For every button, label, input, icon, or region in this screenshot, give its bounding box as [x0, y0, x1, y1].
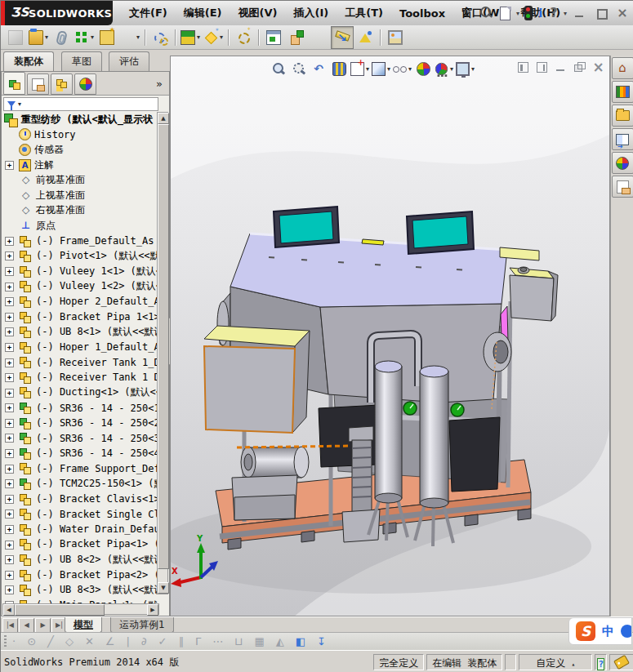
view-orientation-button[interactable]: ▾ — [350, 60, 369, 78]
tree-item-front-plane[interactable]: 前视基准面 — [2, 172, 158, 188]
scrollbar-thumb[interactable] — [15, 604, 105, 616]
edit-appearance-button[interactable] — [414, 60, 432, 78]
expand-icon[interactable]: + — [5, 161, 14, 170]
expand-icon[interactable]: + — [5, 555, 14, 564]
zoom-to-area-button[interactable] — [289, 60, 307, 78]
expand-icon[interactable]: + — [5, 585, 14, 594]
menu-insert[interactable]: 插入(I) — [286, 2, 336, 24]
toolbar-separator[interactable] — [225, 26, 232, 49]
tree-item-right-plane[interactable]: 右视基准面 — [2, 203, 158, 219]
exploded-view-button[interactable] — [354, 26, 377, 49]
component-pattern-button[interactable]: ▾ — [73, 26, 96, 49]
sketch-triangle-tool[interactable]: ◭ — [276, 633, 284, 651]
tab-sketch[interactable]: 草图 — [61, 51, 102, 71]
tree-item-component[interactable]: + (-) Bracket Pipa<2> (默 — [2, 567, 158, 583]
new-document-icon[interactable] — [499, 5, 511, 21]
appearances-scenes-button[interactable] — [612, 152, 633, 174]
tree-item-component[interactable]: + (-) Receiver Tank 1 Def — [2, 370, 158, 385]
sketch-point-tool[interactable]: · — [12, 633, 16, 651]
move-component-button[interactable] — [285, 26, 308, 49]
sketch-corner-tool[interactable]: Γ — [195, 633, 201, 651]
tab-model[interactable]: 模型 — [65, 617, 102, 633]
tree-item-top-plane[interactable]: 上视基准面 — [2, 188, 158, 203]
tree-item-component[interactable]: + (-) Hoper 1_Default_As — [2, 340, 158, 355]
file-explorer-button[interactable] — [612, 105, 633, 127]
design-library-button[interactable] — [612, 81, 633, 103]
help-icon[interactable]: ? — [549, 5, 559, 21]
graphics-viewport[interactable]: ↶ ▾ ▾ — [170, 56, 610, 616]
sketch-trim-tool[interactable]: ✕ — [85, 633, 94, 651]
tree-item-component[interactable]: + (-) Ducting<1> (默认<<默 — [2, 385, 158, 401]
menu-file[interactable]: 文件(F) — [122, 2, 175, 24]
tree-item-component[interactable]: + (-) Vuleey 1<2> (默认<< — [2, 279, 158, 295]
isometric-view-tool[interactable]: ◧ — [296, 633, 305, 651]
prev-tab-icon[interactable]: ◀ — [19, 618, 34, 633]
expand-icon[interactable]: + — [5, 419, 14, 428]
tree-item-sensors[interactable]: 传感器 — [2, 142, 158, 158]
expand-icon[interactable]: + — [5, 267, 14, 276]
expand-icon[interactable]: + — [5, 297, 14, 306]
sogou-ime-bar[interactable]: S 中 — [568, 617, 632, 645]
tree-item-component[interactable]: + (-) SR36 - 14 - 250<2> — [2, 416, 158, 431]
expand-icon[interactable]: + — [5, 389, 14, 398]
sketch-spline-tool[interactable]: ∂ — [141, 633, 147, 651]
ime-fullwidth-icon[interactable] — [621, 625, 632, 638]
tree-filter-bar[interactable]: ▾ — [3, 97, 158, 111]
sketch-grid-tool[interactable]: ▦ — [254, 633, 264, 651]
doc-close-button[interactable]: × — [592, 61, 604, 73]
move-rotate-component-button[interactable]: ▾ — [118, 26, 141, 49]
expand-icon[interactable]: + — [5, 343, 14, 352]
expand-icon[interactable]: + — [5, 479, 14, 488]
sogou-logo-icon[interactable]: S — [576, 621, 595, 641]
rotate-component-button[interactable] — [308, 26, 331, 49]
menu-view[interactable]: 视图(V) — [231, 2, 285, 24]
expand-icon[interactable]: + — [5, 525, 14, 534]
search-icon[interactable] — [478, 5, 494, 21]
tree-item-component[interactable]: + (-) Bracket Pipa<1> (默 — [2, 537, 158, 553]
tree-item-component[interactable]: + (-) UB 8<2> (默认<<默认 — [2, 552, 158, 567]
doc-minimize-button[interactable] — [555, 61, 567, 73]
toolbar-separator[interactable] — [255, 26, 262, 49]
help-question-icon[interactable]: ? — [597, 658, 604, 670]
sketch-separator[interactable]: | — [126, 633, 129, 651]
sketch-check-tool[interactable]: ✓ — [158, 633, 167, 651]
image-capture-button[interactable] — [384, 26, 407, 49]
new-document-dropdown[interactable]: ▾ — [516, 10, 519, 17]
model-3d-view[interactable]: X Y — [171, 56, 610, 616]
propertymanager-tab[interactable] — [27, 73, 49, 95]
expand-icon[interactable]: + — [5, 571, 14, 580]
toolbar-separator[interactable] — [172, 26, 179, 49]
featuremanager-tab[interactable] — [3, 72, 25, 95]
filter-dropdown-icon[interactable]: ▾ — [18, 100, 21, 108]
minimize-button[interactable] — [572, 6, 588, 20]
expand-icon[interactable]: + — [5, 403, 14, 412]
section-view-button[interactable] — [330, 60, 348, 78]
smart-component-button[interactable]: ▾ — [202, 26, 225, 49]
tree-item-component[interactable]: + (-) SR36 - 14 - 250<1> — [2, 400, 158, 416]
tree-item-component[interactable]: + (-) Bracket Clavis<1> ( — [2, 492, 158, 507]
tag-cell[interactable] — [609, 654, 633, 670]
tree-item-component[interactable]: + (-) TCM2C25-150<1> (默认 — [2, 476, 158, 492]
pane-right-button[interactable] — [536, 61, 548, 73]
assembly-features-button[interactable] — [149, 26, 172, 49]
assembly-settings-button[interactable] — [232, 26, 255, 49]
units-dropdown-icon[interactable]: ▴ — [572, 661, 576, 668]
configurationmanager-tab[interactable] — [51, 73, 73, 95]
menu-edit[interactable]: 编辑(E) — [176, 2, 230, 24]
apply-scene-button[interactable]: ▾ — [435, 60, 453, 78]
tree-item-history[interactable]: History — [2, 127, 158, 143]
scroll-down-icon[interactable]: ▼ — [158, 582, 169, 594]
tree-item-component[interactable]: + (-) Receiver Tank 1_Def — [2, 355, 158, 371]
smart-fasteners-button[interactable] — [96, 26, 118, 49]
close-button[interactable]: × — [614, 6, 631, 20]
expand-icon[interactable]: + — [5, 449, 14, 458]
expand-icon[interactable]: + — [5, 373, 14, 382]
display-style-button[interactable]: ▾ — [372, 60, 390, 78]
expand-icon[interactable]: + — [5, 237, 14, 246]
tree-item-component[interactable]: + (-) Bracket Single Clav — [2, 506, 158, 522]
tree-item-component[interactable]: + (-) Hoper 2_Default_As — [2, 294, 158, 309]
units-selector[interactable]: 自定义 ▴ — [519, 654, 592, 670]
sketch-angle-tool[interactable]: ∠ — [105, 633, 115, 651]
expand-icon[interactable]: + — [5, 434, 14, 443]
right-hopper-box[interactable] — [510, 267, 558, 321]
